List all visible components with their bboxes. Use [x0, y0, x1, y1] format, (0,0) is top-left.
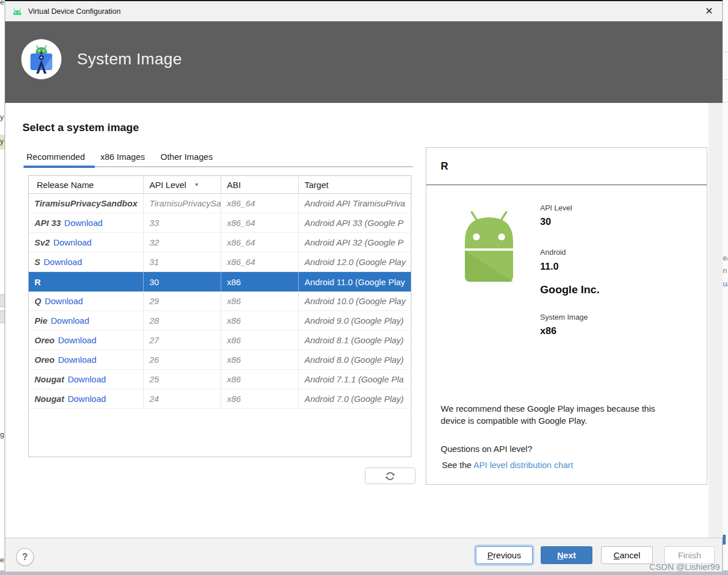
abi-cell: x86_64	[227, 198, 255, 208]
release-name: Nougat	[34, 394, 64, 404]
table-row[interactable]: API 33Download33x86_64Android API 33 (Go…	[29, 213, 411, 233]
target-cell: Android 8.1 (Google Play)	[305, 335, 404, 345]
right-gutter	[708, 103, 723, 538]
table-row[interactable]: NougatDownload24x86Android 7.0 (Google P…	[29, 389, 411, 409]
background-block	[0, 310, 5, 323]
release-name: R	[34, 277, 41, 287]
table-header: Release Name API Level▼ ABI Target	[29, 176, 411, 194]
api-level-cell: 28	[149, 316, 159, 325]
download-link[interactable]: Download	[68, 394, 106, 404]
table-row[interactable]: OreoDownload27x86Android 8.1 (Google Pla…	[29, 331, 411, 350]
content-area: Select a system image Recommended x86 Im…	[5, 103, 722, 538]
see-the-text: See the API level distribution chart	[442, 460, 573, 470]
tab-underline-track	[95, 166, 413, 167]
target-cell: Android 7.0 (Google Play)	[305, 394, 404, 404]
background-text-fragment: ua	[723, 279, 728, 288]
column-header-abi[interactable]: ABI	[221, 176, 299, 193]
table-row[interactable]: TiramisuPrivacySandboxTiramisuPrivacySax…	[29, 194, 411, 213]
background-right-strip: eanua	[723, 0, 728, 575]
release-name: S	[34, 257, 40, 267]
api-level-cell: 27	[149, 335, 159, 345]
abi-cell: x86	[227, 374, 241, 384]
cancel-button[interactable]: Cancel	[601, 546, 653, 564]
android-label: Android	[540, 248, 566, 256]
api-level-cell: 26	[149, 355, 159, 365]
panel-divider	[426, 185, 707, 185]
target-cell: Android API 32 (Google P	[305, 237, 403, 247]
release-name: API 33	[34, 218, 61, 228]
download-link[interactable]: Download	[44, 257, 82, 267]
previous-button[interactable]: Previous	[476, 546, 533, 564]
sort-desc-icon: ▼	[194, 182, 199, 187]
virtual-device-configuration-dialog: Virtual Device Configuration ✕ System Im…	[5, 0, 723, 570]
background-text-fragment: n	[723, 266, 727, 275]
tab-bar: Recommended x86 Images Other Images	[26, 152, 213, 162]
api-level-distribution-chart-link[interactable]: API level distribution chart	[473, 460, 573, 470]
recommendation-text: We recommend these Google Play images be…	[441, 402, 682, 427]
tab-other-images[interactable]: Other Images	[160, 152, 213, 162]
background-text-fragment: y	[0, 113, 4, 121]
api-level-cell: 25	[149, 374, 159, 384]
background-text-fragment: er	[0, 555, 5, 564]
android-studio-logo	[21, 39, 61, 79]
target-cell: Android 10.0 (Google Play	[305, 296, 406, 306]
wizard-step-title: System Image	[77, 50, 182, 68]
release-name: TiramisuPrivacySandbox	[34, 198, 137, 208]
table-row[interactable]: NougatDownload25x86Android 7.1.1 (Google…	[29, 370, 411, 389]
abi-cell: x86	[227, 394, 241, 404]
background-left-strip: eyyger	[0, 0, 5, 575]
table-row[interactable]: QDownload29x86Android 10.0 (Google Play	[29, 292, 411, 311]
watermark: CSDN @Lishier99	[649, 562, 720, 572]
page-title: Select a system image	[22, 121, 139, 134]
download-link[interactable]: Download	[53, 237, 92, 247]
tab-x86-images[interactable]: x86 Images	[101, 152, 145, 162]
target-cell: Android API TiramisuPriva	[305, 198, 405, 208]
api-level-cell: 30	[149, 277, 159, 287]
selected-release-name: R	[441, 160, 448, 172]
table-row[interactable]: OreoDownload26x86Android 8.0 (Google Pla…	[29, 350, 411, 370]
download-link[interactable]: Download	[51, 316, 90, 325]
abi-cell: x86	[227, 277, 241, 287]
column-header-api-level[interactable]: API Level▼	[144, 176, 221, 193]
target-cell: Android 12.0 (Google Play	[305, 257, 406, 267]
next-button[interactable]: Next	[541, 546, 592, 564]
active-tab-underline	[24, 166, 95, 168]
background-block	[0, 294, 5, 307]
tab-recommended[interactable]: Recommended	[26, 152, 85, 162]
api-level-question: Questions on API level?	[441, 444, 532, 454]
system-image-label: System Image	[540, 313, 588, 321]
close-icon[interactable]: ✕	[703, 5, 715, 18]
target-cell: Android 11.0 (Google Play	[305, 277, 405, 287]
download-link[interactable]: Download	[68, 374, 106, 384]
release-name: Oreo	[34, 355, 55, 365]
background-text-fragment: g	[0, 430, 4, 439]
release-name: Q	[34, 296, 41, 306]
download-link[interactable]: Download	[58, 335, 97, 345]
column-header-target[interactable]: Target	[299, 176, 411, 193]
refresh-button[interactable]	[365, 467, 415, 484]
download-link[interactable]: Download	[45, 296, 83, 306]
target-cell: Android 9.0 (Google Play)	[305, 316, 404, 325]
api-level-cell: 24	[149, 394, 159, 404]
api-level-label: API Level	[540, 204, 572, 212]
window-title: Virtual Device Configuration	[28, 7, 121, 16]
android-robot-image	[457, 210, 521, 285]
abi-cell: x86_64	[227, 218, 255, 228]
system-image-table: Release Name API Level▼ ABI Target Tiram…	[28, 175, 411, 457]
target-cell: Android 7.1.1 (Google Pla	[305, 374, 404, 384]
column-header-release-name[interactable]: Release Name	[29, 176, 144, 193]
abi-cell: x86	[227, 335, 241, 345]
help-button[interactable]: ?	[16, 548, 34, 566]
download-link[interactable]: Download	[58, 355, 97, 365]
table-row[interactable]: SDownload31x86_64Android 12.0 (Google Pl…	[29, 252, 411, 272]
table-row[interactable]: R30x86Android 11.0 (Google Play	[29, 272, 411, 292]
abi-cell: x86_64	[227, 237, 255, 247]
table-row[interactable]: Sv2Download32x86_64Android API 32 (Googl…	[29, 233, 411, 252]
api-level-cell: 33	[149, 218, 159, 228]
api-level-cell: 31	[149, 257, 159, 267]
system-image-details-panel: R API Level 30 Android 11.0 Google Inc. …	[426, 147, 707, 485]
target-cell: Android API 33 (Google P	[305, 218, 403, 228]
download-link[interactable]: Download	[64, 218, 103, 228]
table-row[interactable]: PieDownload28x86Android 9.0 (Google Play…	[29, 311, 411, 331]
release-name: Sv2	[34, 237, 50, 247]
